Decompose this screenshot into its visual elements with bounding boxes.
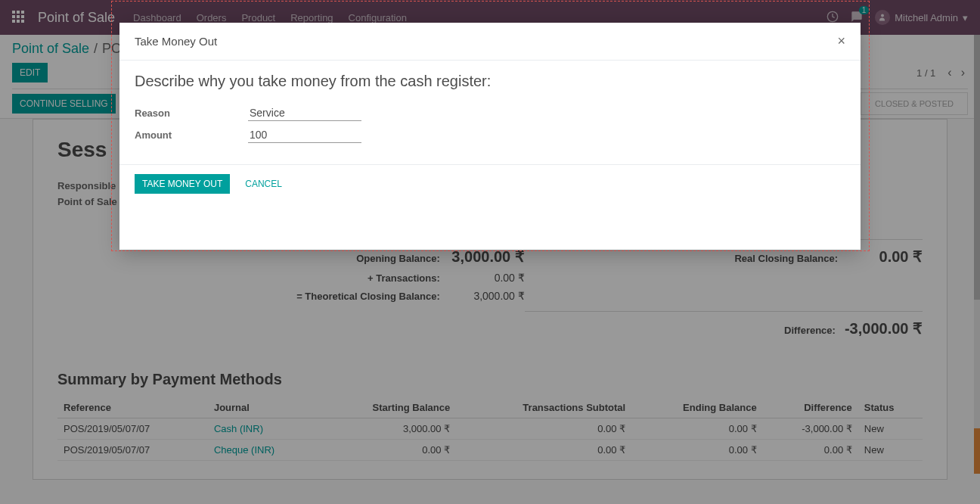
take-money-out-button[interactable]: Take Money Out: [135, 174, 230, 194]
reason-label: Reason: [135, 107, 248, 119]
amount-input[interactable]: [248, 127, 361, 143]
take-money-out-dialog: Take Money Out × Describe why you take m…: [119, 23, 861, 250]
reason-input[interactable]: [248, 105, 361, 121]
close-icon[interactable]: ×: [837, 33, 845, 49]
cancel-button[interactable]: Cancel: [237, 174, 290, 194]
modal-title: Take Money Out: [135, 35, 217, 48]
modal-subtitle: Describe why you take money from the cas…: [135, 73, 845, 90]
modal-overlay: Take Money Out × Describe why you take m…: [0, 0, 980, 504]
amount-label: Amount: [135, 129, 248, 141]
